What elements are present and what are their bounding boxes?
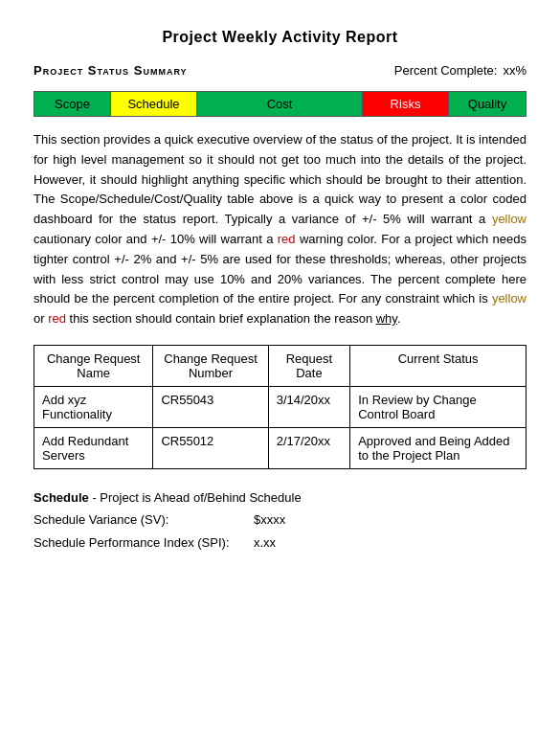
cell-date-1: 3/14/20xx xyxy=(268,386,349,427)
col-header-number: Change Request Number xyxy=(153,345,268,386)
col-header-name: Change Request Name xyxy=(34,345,153,386)
table-header-row: Change Request Name Change Request Numbe… xyxy=(34,345,526,386)
yellow-text-2: yellow xyxy=(492,291,526,306)
status-summary-label: Project Status Summary xyxy=(34,63,188,78)
table-row: Add xyz Functionality CR55043 3/14/20xx … xyxy=(34,386,526,427)
bar-risks: Risks xyxy=(363,92,449,116)
percent-value: xx% xyxy=(503,63,526,78)
spi-value: x.xx xyxy=(254,532,276,554)
schedule-title-rest: - Project is Ahead of/Behind Schedule xyxy=(89,490,302,505)
sv-value: $xxxx xyxy=(254,509,285,531)
cell-status-1: In Review by Change Control Board xyxy=(350,386,526,427)
red-text-2: red xyxy=(48,311,66,326)
change-request-table: Change Request Name Change Request Numbe… xyxy=(34,345,526,469)
schedule-spi-row: Schedule Performance Index (SPI): x.xx xyxy=(34,532,526,554)
yellow-text: yellow xyxy=(492,212,526,226)
schedule-bold-title: Schedule xyxy=(34,490,89,505)
cell-name-2: Add Redundant Servers xyxy=(34,427,153,468)
col-header-status: Current Status xyxy=(350,345,526,386)
sv-label: Schedule Variance (SV): xyxy=(34,509,244,531)
cell-date-2: 2/17/20xx xyxy=(268,427,349,468)
percent-complete-group: Percent Complete: xx% xyxy=(394,63,526,78)
schedule-section: Schedule - Project is Ahead of/Behind Sc… xyxy=(34,487,526,554)
status-summary-row: Project Status Summary Percent Complete:… xyxy=(34,63,526,78)
bar-quality: Quality xyxy=(449,92,526,116)
bar-scope: Scope xyxy=(34,92,111,116)
status-color-bar: Scope Schedule Cost Risks Quality xyxy=(34,91,526,117)
cell-name-1: Add xyz Functionality xyxy=(34,386,153,427)
percent-label: Percent Complete: xyxy=(394,63,498,78)
page-title: Project Weekly Activity Report xyxy=(34,29,526,46)
description-paragraph: This section provides a quick executive … xyxy=(34,130,526,329)
red-text: red xyxy=(278,232,296,246)
schedule-sv-row: Schedule Variance (SV): $xxxx xyxy=(34,509,526,531)
why-underline: why xyxy=(376,311,397,326)
bar-schedule: Schedule xyxy=(111,92,197,116)
col-header-date: Request Date xyxy=(268,345,349,386)
cell-number-2: CR55012 xyxy=(153,427,268,468)
cell-number-1: CR55043 xyxy=(153,386,268,427)
spi-label: Schedule Performance Index (SPI): xyxy=(34,532,244,554)
cell-status-2: Approved and Being Added to the Project … xyxy=(350,427,526,468)
bar-cost: Cost xyxy=(197,92,363,116)
table-row: Add Redundant Servers CR55012 2/17/20xx … xyxy=(34,427,526,468)
schedule-title-line: Schedule - Project is Ahead of/Behind Sc… xyxy=(34,487,526,509)
